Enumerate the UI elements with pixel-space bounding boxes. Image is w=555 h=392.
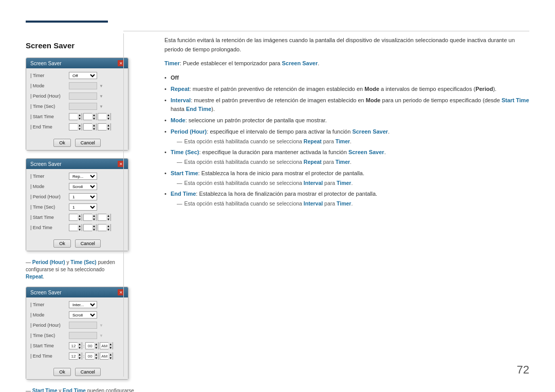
starttime-m-up-1[interactable]: ▲ bbox=[92, 113, 96, 117]
dialog-row-starttime-1: | Start Time ▲ ▼ bbox=[30, 113, 124, 121]
time-control-3: ▼ bbox=[69, 332, 124, 339]
s2-sh-up[interactable]: ▲ bbox=[78, 214, 82, 217]
endtime-label-2: | End Time bbox=[30, 225, 69, 230]
dialog-row-mode-3: | Mode Scroll bbox=[30, 311, 124, 319]
starttime-ampm-dn-1[interactable]: ▼ bbox=[106, 117, 110, 120]
endtime-m-dn-1[interactable]: ▼ bbox=[92, 127, 96, 130]
dialog-row-endtime-2: | End Time ▲ ▼ bbox=[30, 223, 124, 232]
dialog-titlebar-1: Screen Saver ✕ bbox=[26, 58, 128, 68]
s2-sampm-up[interactable]: ▲ bbox=[106, 214, 110, 217]
s2-sm-up[interactable]: ▲ bbox=[92, 214, 96, 217]
starttime-h-up-1[interactable]: ▲ bbox=[78, 113, 82, 117]
period-select-2[interactable]: 1 bbox=[69, 193, 97, 200]
s3-eampm-up[interactable]: ▲ bbox=[108, 352, 113, 356]
time-control-1: ▼ bbox=[69, 103, 124, 110]
dialog-title-2: Screen Saver bbox=[30, 161, 62, 167]
starttime-m-dn-1[interactable]: ▼ bbox=[92, 117, 96, 120]
timer-intro: Timer: Puede establecer el temporizador … bbox=[164, 59, 529, 68]
dialog-ok-3[interactable]: Ok bbox=[53, 368, 71, 376]
starttime-spinner-2: ▲ ▼ ▲ ▼ bbox=[69, 214, 111, 221]
starttime-control-2: ▲ ▼ ▲ ▼ bbox=[69, 214, 124, 221]
bullet-off: Off bbox=[164, 73, 529, 82]
s2-em-up[interactable]: ▲ bbox=[92, 224, 96, 228]
timer-select-3[interactable]: Inter... bbox=[69, 301, 97, 308]
s3-sm-up[interactable]: ▲ bbox=[94, 342, 98, 346]
s2-sm-dn[interactable]: ▼ bbox=[92, 217, 96, 221]
mode-input-1 bbox=[69, 82, 97, 89]
s3-em-dn[interactable]: ▼ bbox=[94, 356, 98, 360]
mode-select-3[interactable]: Scroll bbox=[69, 311, 97, 319]
s2-eh-up[interactable]: ▲ bbox=[78, 224, 82, 228]
time-sec-subnote: Esta opción está habilitada cuando se se… bbox=[171, 158, 529, 166]
s3-sampm-dn[interactable]: ▼ bbox=[108, 346, 113, 349]
timer-select-1[interactable]: Off bbox=[69, 72, 97, 79]
starttime-label-2: | Start Time bbox=[30, 215, 69, 220]
dialog-cancel-2[interactable]: Cancel bbox=[75, 239, 101, 248]
period-control-3: ▼ bbox=[69, 322, 124, 329]
period-label-3: | Period (Hour) bbox=[30, 323, 69, 328]
time-input-1 bbox=[69, 103, 97, 110]
s3-em-up[interactable]: ▲ bbox=[94, 352, 98, 356]
s3-eampm-dn[interactable]: ▼ bbox=[108, 356, 113, 360]
endtime-h-up-1[interactable]: ▲ bbox=[78, 123, 82, 127]
s3-sh-dn[interactable]: ▼ bbox=[78, 346, 82, 349]
endtime-spinner-2: ▲ ▼ ▲ ▼ bbox=[69, 224, 111, 231]
dialog-ok-2[interactable]: Ok bbox=[53, 239, 71, 248]
dialog-cancel-1[interactable]: Cancel bbox=[75, 139, 101, 147]
starttime-label-3: | Start Time bbox=[30, 343, 69, 348]
section-title: Screen Saver bbox=[26, 41, 139, 50]
endtime-spinner-3: 12 ▲ ▼ : 00 ▲ bbox=[69, 352, 113, 360]
timer-select-2[interactable]: Rep... bbox=[69, 173, 97, 180]
dialog-row-mode-2: | Mode Scroll bbox=[30, 182, 124, 191]
note1-dash: — bbox=[26, 259, 32, 265]
endtime-control-3: 12 ▲ ▼ : 00 ▲ bbox=[69, 352, 124, 360]
endtime-m-up-1[interactable]: ▲ bbox=[92, 123, 96, 127]
dialog-box-2: Screen Saver ✕ | Timer Rep... | Mode bbox=[26, 158, 128, 251]
dialog-body-1: | Timer Off | Mode ▼ bbox=[26, 68, 128, 136]
endtime-h-dn-1[interactable]: ▼ bbox=[78, 127, 82, 130]
s2-eampm-up[interactable]: ▲ bbox=[106, 224, 110, 228]
dialog-row-time-2: | Time (Sec) 1 bbox=[30, 203, 124, 211]
s2-eh-dn[interactable]: ▼ bbox=[78, 228, 82, 231]
mode-label-1: | Mode bbox=[30, 83, 69, 88]
mode-select-2[interactable]: Scroll bbox=[69, 183, 97, 190]
s2-sh-dn[interactable]: ▼ bbox=[78, 217, 82, 221]
mode-label-3: | Mode bbox=[30, 312, 69, 318]
s3-sh-up[interactable]: ▲ bbox=[78, 342, 82, 346]
dialog-row-endtime-3: | End Time 12 ▲ ▼ : bbox=[30, 352, 124, 360]
s3-sampm-up[interactable]: ▲ bbox=[108, 342, 113, 346]
starttime-h-dn-1[interactable]: ▼ bbox=[78, 117, 82, 120]
note2-end: End Time bbox=[63, 388, 86, 392]
endtime-spinner-1: ▲ ▼ ▲ ▼ bbox=[69, 123, 111, 130]
s2-em-dn[interactable]: ▼ bbox=[92, 228, 96, 231]
timer-control-2: Rep... bbox=[69, 173, 124, 180]
note1-time: Time (Sec) bbox=[70, 259, 96, 265]
endtime-ampm-up-1[interactable]: ▲ bbox=[106, 123, 110, 127]
s3-eh-up[interactable]: ▲ bbox=[78, 352, 82, 356]
page-container: Screen Saver Screen Saver ✕ | Timer Off bbox=[0, 0, 555, 392]
time-input-3 bbox=[69, 332, 97, 339]
dialog-row-timer-3: | Timer Inter... bbox=[30, 301, 124, 309]
s2-eampm-dn[interactable]: ▼ bbox=[106, 228, 110, 231]
time-select-2[interactable]: 1 bbox=[69, 203, 97, 211]
dialog-ok-1[interactable]: Ok bbox=[53, 139, 71, 147]
col-divider bbox=[123, 33, 124, 377]
s3-eh-dn[interactable]: ▼ bbox=[78, 356, 82, 360]
dialog-footer-1: Ok Cancel bbox=[26, 136, 128, 150]
timer-control-3: Inter... bbox=[69, 301, 124, 308]
mode-control-3: Scroll bbox=[69, 311, 124, 319]
dialog-cancel-3[interactable]: Cancel bbox=[75, 368, 101, 376]
endtime-ampm-dn-1[interactable]: ▼ bbox=[106, 127, 110, 130]
note-1: — Period (Hour) y Time (Sec) pueden conf… bbox=[26, 259, 139, 281]
timer-label-1: | Timer bbox=[30, 73, 69, 78]
s2-sampm-dn[interactable]: ▼ bbox=[106, 217, 110, 221]
bullet-repeat: Repeat: muestre el patrón preventivo de … bbox=[164, 85, 529, 94]
time-label-1: | Time (Sec) bbox=[30, 104, 69, 109]
dialog-row-period-1: | Period (Hour) ▼ bbox=[30, 92, 124, 100]
s3-sm-dn[interactable]: ▼ bbox=[94, 346, 98, 349]
endtime-label-3: | End Time bbox=[30, 353, 69, 359]
starttime-m-1: ▲ ▼ bbox=[83, 113, 97, 120]
mode-label-2: | Mode bbox=[30, 184, 69, 189]
starttime-ampm-up-1[interactable]: ▲ bbox=[106, 113, 110, 117]
note-2: — Start Time y End Time pueden configura… bbox=[26, 387, 139, 392]
